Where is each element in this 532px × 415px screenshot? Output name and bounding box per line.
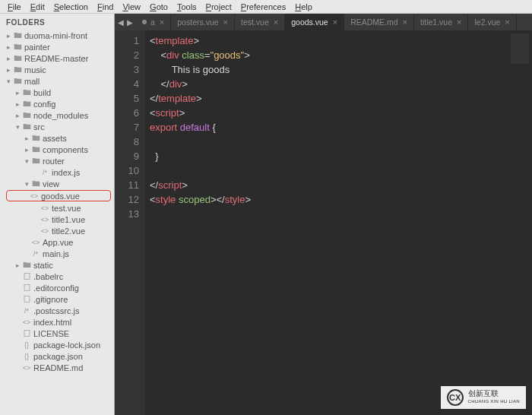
tree-label: music [24,65,46,74]
close-icon[interactable]: × [274,17,278,27]
tab-posters-vue[interactable]: posters.vue× [171,14,235,30]
expand-arrow-icon[interactable]: ▾ [5,78,12,85]
tab-label: a [150,17,155,27]
tree-item--editorconfig[interactable]: .editorconfig [0,282,114,293]
tree-item-duoma-mini-front[interactable]: ▸duoma-mini-front [0,30,114,41]
close-icon[interactable]: × [333,17,337,27]
tree-item-mall[interactable]: ▾mall [0,75,114,87]
tree-item-title2-vue[interactable]: <>title2.vue [0,225,114,236]
menu-find[interactable]: Find [93,2,118,11]
code-line[interactable]: <template> [150,33,532,48]
close-icon[interactable]: × [223,17,228,27]
tree-label: App.vue [43,238,73,247]
menu-selection[interactable]: Selection [49,2,93,11]
code-editor[interactable]: 12345678910111213 <template> <div class=… [115,30,532,415]
tree-item-main-js[interactable]: /*main.js [0,248,114,259]
expand-arrow-icon[interactable]: ▸ [14,261,21,269]
tree-item-router[interactable]: ▾router [0,155,114,166]
code-line[interactable] [150,207,532,221]
tree-item-static[interactable]: ▸static [0,259,114,271]
tree-item--postcssrc-js[interactable]: /*.postcssrc.js [0,305,114,316]
tree-item-index-html[interactable]: <>index.html [0,316,114,328]
tab-le2-vue[interactable]: le2.vue× [468,14,516,30]
tab-goods-vue[interactable]: goods.vue× [285,14,344,30]
tree-item-title1-vue[interactable]: <>title1.vue [0,214,114,225]
code-line[interactable]: </template> [150,91,532,106]
folder-icon [21,100,32,108]
expand-arrow-icon[interactable]: ▸ [5,43,12,51]
tree-item-test-vue[interactable]: <>test.vue [0,202,114,214]
tree-item-src[interactable]: ▾src [0,121,114,132]
menu-preferences[interactable]: Preferences [236,2,290,11]
tree-item-index-js[interactable]: /*index.js [0,166,114,178]
close-icon[interactable]: × [403,17,407,27]
file-icon [21,272,32,280]
expand-arrow-icon[interactable]: ▾ [23,157,30,165]
close-icon[interactable]: × [505,17,509,27]
tab-a[interactable]: a× [136,14,171,30]
code-line[interactable]: </script> [150,178,532,192]
tree-item-painter[interactable]: ▸painter [0,41,114,52]
expand-arrow-icon[interactable]: ▸ [14,89,21,97]
menu-tools[interactable]: Tools [173,2,201,11]
close-icon[interactable]: × [457,17,461,27]
tree-item--gitignore[interactable]: .gitignore [0,293,114,305]
tree-item-package-lock-json[interactable]: {}package-lock.json [0,339,114,350]
tree-label: README-master [24,54,88,63]
expand-arrow-icon[interactable]: ▸ [5,32,12,40]
nav-prev-icon[interactable]: ◀ [118,18,124,27]
code-line[interactable]: </div> [150,77,532,91]
file-json-icon: {} [21,341,32,349]
tree-item-music[interactable]: ▸music [0,64,114,75]
code-line[interactable]: <style scoped></style> [150,192,532,207]
menu-help[interactable]: Help [290,2,317,11]
menu-view[interactable]: View [118,2,145,11]
menu-edit[interactable]: Edit [26,2,49,11]
file-vue-icon: <> [29,192,40,200]
code-content[interactable]: <template> <div class="goods"> This is g… [145,30,532,415]
tree-item-components[interactable]: ▸components [0,144,114,155]
expand-arrow-icon[interactable]: ▸ [14,100,21,108]
tree-item-App-vue[interactable]: <>App.vue [0,236,114,248]
nav-next-icon[interactable]: ▶ [127,18,133,27]
code-line[interactable] [150,135,532,149]
menu-goto[interactable]: Goto [145,2,173,11]
code-line[interactable]: export default { [150,120,532,135]
menu-project[interactable]: Project [201,2,236,11]
expand-arrow-icon[interactable]: ▸ [23,135,30,142]
tree-item-assets[interactable]: ▸assets [0,132,114,144]
code-line[interactable] [150,163,532,178]
tree-item-package-json[interactable]: {}package.json [0,350,114,362]
tree-item-README-master[interactable]: ▸README-master [0,52,114,64]
tree-item--babelrc[interactable]: .babelrc [0,271,114,282]
tree-item-goods-vue[interactable]: <>goods.vue [6,190,111,201]
menu-file[interactable]: File [3,2,26,11]
tree-item-view[interactable]: ▾view [0,178,114,189]
tab-title1-vue[interactable]: title1.vue× [414,14,468,30]
line-gutter: 12345678910111213 [115,30,145,415]
tree-item-LICENSE[interactable]: LICENSE [0,328,114,339]
expand-arrow-icon[interactable]: ▸ [23,146,30,154]
tree-item-README-md[interactable]: <>README.md [0,362,114,373]
tree-item-build[interactable]: ▸build [0,87,114,98]
tree-item-node_modules[interactable]: ▸node_modules [0,109,114,121]
expand-arrow-icon[interactable]: ▸ [5,55,12,62]
code-line[interactable]: This is goods [150,62,532,77]
tree-item-config[interactable]: ▸config [0,98,114,109]
tab-test-vue[interactable]: test.vue× [235,14,285,30]
close-icon[interactable]: × [160,17,164,27]
folder-icon [21,261,32,269]
code-line[interactable]: <script> [150,106,532,120]
line-number: 10 [115,163,139,178]
expand-arrow-icon[interactable]: ▸ [5,66,12,74]
tree-label: package.json [33,352,83,361]
file-vue-icon: <> [30,239,41,246]
minimap[interactable] [511,33,529,64]
expand-arrow-icon[interactable]: ▾ [23,180,30,188]
expand-arrow-icon[interactable]: ▾ [14,123,21,131]
code-line[interactable]: <div class="goods"> [150,48,532,62]
expand-arrow-icon[interactable]: ▸ [14,112,21,119]
tab-README-md[interactable]: README.md× [344,14,414,30]
tree-label: .postcssrc.js [33,306,80,315]
code-line[interactable]: } [150,149,532,163]
